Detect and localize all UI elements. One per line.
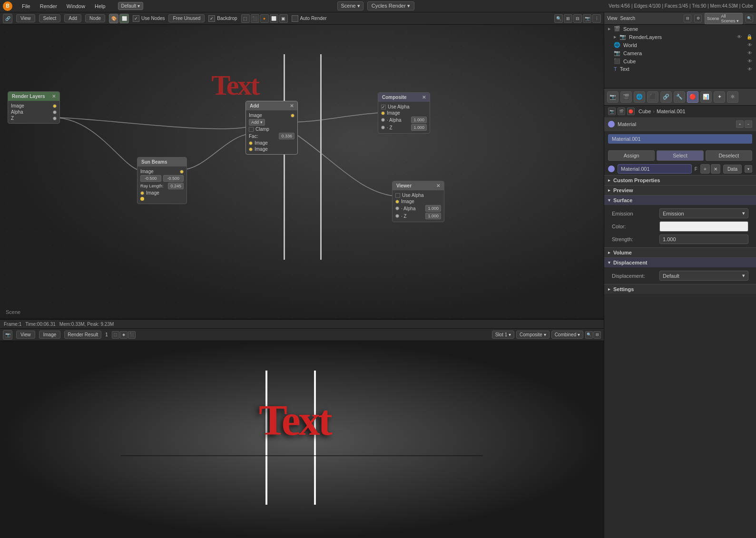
- zoom-icon[interactable]: 🔍: [554, 14, 563, 23]
- prop-data-icon[interactable]: 📊: [700, 91, 712, 103]
- add-node[interactable]: Add ✕ Image Add ▾ Clamp: [245, 101, 298, 155]
- grid-icon[interactable]: ⊟: [573, 14, 582, 23]
- icon-btn-4[interactable]: ⬜: [270, 14, 278, 23]
- sb-src-x[interactable]: -0.500: [140, 175, 161, 182]
- outliner-item-text[interactable]: T Text 👁: [604, 65, 756, 73]
- surface-section[interactable]: ▾ Surface: [604, 195, 756, 205]
- render-layers-node[interactable]: Render Layers ✕ Image Alpha Z: [8, 91, 60, 124]
- prop-particles-icon[interactable]: ✦: [714, 91, 725, 103]
- auto-render-checkbox[interactable]: Auto Render: [292, 15, 327, 22]
- rl-close-btn[interactable]: ✕: [52, 94, 56, 99]
- data-button[interactable]: Data: [723, 165, 742, 174]
- displacement-section[interactable]: ▾ Displacement: [604, 257, 756, 267]
- volume-section[interactable]: ▸ Volume: [604, 247, 756, 257]
- more-icon[interactable]: ⋮: [592, 14, 601, 23]
- prop-modifier-icon[interactable]: 🔧: [674, 91, 685, 103]
- outliner-search-icon[interactable]: 🔍: [746, 15, 753, 22]
- prop-render-icon[interactable]: 📷: [607, 91, 619, 103]
- view-btn[interactable]: View: [16, 14, 35, 22]
- material-icon-btn[interactable]: 🎨: [109, 14, 118, 23]
- prop-constraints-icon[interactable]: 🔗: [660, 91, 672, 103]
- outliner-item-scene[interactable]: ▸ 🎬 Scene: [604, 25, 756, 33]
- select-button[interactable]: Select: [657, 150, 703, 161]
- camera-icon[interactable]: 📷: [583, 14, 591, 23]
- mat-plus-btn[interactable]: +: [700, 164, 710, 174]
- outliner-item-camera[interactable]: 📷 Camera 👁: [604, 49, 756, 57]
- icon-btn-2[interactable]: ⬛: [251, 14, 259, 23]
- menu-window[interactable]: Window: [63, 2, 89, 10]
- assign-button[interactable]: Assign: [608, 150, 655, 161]
- node-editor[interactable]: 🔗 View Select Add Node 🎨 ⬜ Use Nodes Fre…: [0, 12, 604, 319]
- vp-icon-2[interactable]: ⊟: [593, 331, 601, 339]
- icon-btn-3[interactable]: ●: [260, 14, 269, 23]
- add-clamp-check[interactable]: [249, 127, 254, 132]
- add-close-btn[interactable]: ✕: [290, 103, 294, 108]
- text-vis-icon[interactable]: 👁: [747, 67, 752, 72]
- add-btn[interactable]: Add: [64, 14, 81, 22]
- viewer-usealpha-check[interactable]: [395, 193, 400, 198]
- custom-properties-section[interactable]: ▸ Custom Properties: [604, 175, 756, 185]
- outliner-item-renderlayers[interactable]: ▸ 📷 RenderLayers 👁 🔒: [604, 33, 756, 41]
- scene-selector[interactable]: Scene ▾: [337, 1, 363, 10]
- cube-vis-icon[interactable]: 👁: [747, 59, 752, 64]
- add-fac-val[interactable]: 0.336: [279, 133, 295, 139]
- engine-selector[interactable]: Cycles Render ▾: [367, 1, 414, 10]
- vp-image-btn[interactable]: Image: [39, 331, 61, 339]
- compositor-icon-btn[interactable]: ⬜: [119, 14, 129, 23]
- bc-render-icon[interactable]: 📷: [608, 108, 616, 115]
- composite-close-btn[interactable]: ✕: [422, 95, 426, 100]
- strength-input[interactable]: 1.000: [659, 235, 748, 244]
- render-icon-1[interactable]: ⬚: [112, 331, 119, 339]
- renderlayers-lock-icon[interactable]: 🔒: [746, 34, 752, 39]
- composite-node[interactable]: Composite ✕ Use Alpha Image: [378, 92, 430, 134]
- color-picker[interactable]: [659, 221, 748, 232]
- prop-scene-icon[interactable]: 🎬: [620, 91, 632, 103]
- backdrop-checkbox[interactable]: Backdrop: [208, 15, 237, 22]
- surface-type-dropdown[interactable]: Emission ▾: [659, 208, 748, 218]
- vp-icon-1[interactable]: 🔍: [585, 331, 593, 339]
- icon-btn-1[interactable]: ⬚: [241, 14, 250, 23]
- comp-usealpha-check[interactable]: [381, 105, 386, 109]
- camera-vis-icon[interactable]: 👁: [747, 50, 752, 56]
- node-canvas[interactable]: Text: [0, 25, 604, 319]
- bc-material-icon[interactable]: 🔴: [627, 108, 635, 115]
- use-nodes-checkbox[interactable]: Use Nodes: [133, 15, 165, 22]
- mat-remove-icon[interactable]: −: [745, 120, 752, 128]
- render-icon-2[interactable]: ◈: [120, 331, 128, 339]
- sb-src-y[interactable]: -0.500: [163, 175, 184, 182]
- render-combined-selector[interactable]: Combined ▾: [551, 331, 583, 339]
- render-result-label[interactable]: Render Result: [64, 331, 101, 339]
- outliner-settings-icon[interactable]: ⚙: [694, 15, 702, 22]
- prop-material-icon[interactable]: 🔴: [687, 91, 698, 103]
- screen-layout-selector[interactable]: Default ▾: [118, 2, 143, 10]
- render-pass-type[interactable]: Composite ▾: [516, 331, 550, 339]
- preview-section[interactable]: ▸ Preview: [604, 185, 756, 195]
- node-btn[interactable]: Node: [85, 14, 105, 22]
- renderlayers-vis-icon[interactable]: 👁: [737, 34, 742, 39]
- mat-menu-icon[interactable]: ▾: [745, 165, 752, 173]
- fit-icon[interactable]: ⊞: [564, 14, 572, 23]
- outliner-scene-selector[interactable]: Scene All Scenes ▾: [705, 13, 743, 24]
- mat-x-btn[interactable]: ✕: [711, 164, 720, 174]
- viewer-node[interactable]: Viewer ✕ Use Alpha Image: [392, 181, 444, 222]
- icon-btn-5[interactable]: ▣: [279, 14, 288, 23]
- bc-scene-icon[interactable]: 🎬: [618, 108, 625, 115]
- deselect-button[interactable]: Deselect: [706, 150, 752, 161]
- displacement-type-dropdown[interactable]: Default ▾: [659, 271, 748, 281]
- outliner-item-cube[interactable]: ⬛ Cube 👁: [604, 57, 756, 65]
- outliner-filter-icon[interactable]: ⊟: [684, 15, 691, 22]
- select-btn[interactable]: Select: [39, 14, 61, 22]
- mat-add-icon[interactable]: +: [736, 120, 744, 128]
- viewer-close-btn[interactable]: ✕: [436, 183, 440, 188]
- render-slot-selector[interactable]: Slot 1 ▾: [492, 331, 514, 339]
- sb-ray-len[interactable]: 0.245: [168, 183, 184, 189]
- prop-world-icon[interactable]: 🌐: [634, 91, 645, 103]
- menu-render[interactable]: Render: [36, 2, 61, 10]
- menu-file[interactable]: File: [18, 2, 34, 10]
- vp-view-btn[interactable]: View: [16, 331, 35, 339]
- sun-beams-node[interactable]: Sun Beams Image -0.500 -0.500 Ray Length…: [137, 157, 187, 204]
- menu-help[interactable]: Help: [91, 2, 109, 10]
- material-name-input[interactable]: Material.001: [618, 164, 692, 174]
- settings-section[interactable]: ▸ Settings: [604, 284, 756, 294]
- prop-object-icon[interactable]: ⬛: [647, 91, 658, 103]
